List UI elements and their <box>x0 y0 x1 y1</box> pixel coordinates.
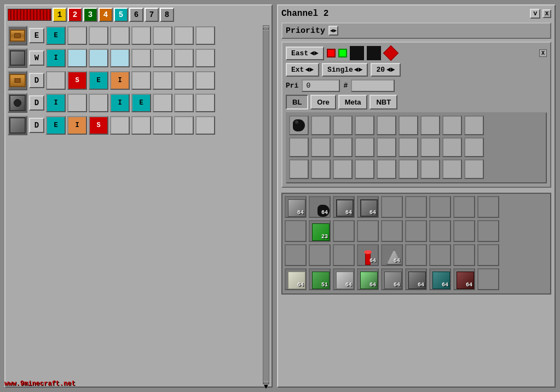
cell-2-7[interactable] <box>174 49 194 67</box>
inv-3-8[interactable] <box>477 268 499 290</box>
inv-0-7[interactable] <box>453 196 475 218</box>
direction-button[interactable]: East ◄► <box>286 47 324 60</box>
close-button[interactable]: X <box>542 9 551 18</box>
grid-cell-1-1[interactable] <box>311 137 331 157</box>
cell-5-1[interactable]: E <box>46 116 66 135</box>
inv-3-6[interactable]: 64 <box>429 268 451 290</box>
indicator-black1[interactable] <box>350 46 364 60</box>
inv-2-0[interactable] <box>285 244 307 266</box>
grid-cell-2-6[interactable] <box>420 159 440 179</box>
inv-3-4[interactable]: 64 <box>381 268 403 290</box>
cell-4-7[interactable] <box>174 94 194 112</box>
inv-0-1[interactable]: 64 <box>309 196 331 218</box>
grid-cell-1-5[interactable] <box>399 137 418 157</box>
cell-4-3[interactable] <box>89 94 108 112</box>
grid-cell-1-6[interactable] <box>420 137 440 157</box>
grid-cell-0-8[interactable] <box>464 116 484 135</box>
pri-input[interactable] <box>302 79 340 92</box>
cell-1-2[interactable] <box>67 26 87 45</box>
tab-2[interactable]: 2 <box>68 8 82 22</box>
grid-cell-2-0[interactable] <box>289 159 309 179</box>
inv-3-5[interactable]: 64 <box>405 268 427 290</box>
hash-input[interactable] <box>351 79 395 92</box>
filter-nbt[interactable]: NBT <box>370 95 397 109</box>
cell-2-3[interactable] <box>89 49 108 67</box>
inv-2-5[interactable] <box>405 244 427 266</box>
grid-cell-0-3[interactable] <box>355 116 374 135</box>
inv-2-6[interactable] <box>429 244 451 266</box>
grid-cell-1-2[interactable] <box>333 137 353 157</box>
tab-5[interactable]: 5 <box>114 8 128 22</box>
indicator-red[interactable] <box>327 49 336 57</box>
ext-button[interactable]: Ext ◄► <box>286 63 319 77</box>
cell-5-8[interactable] <box>195 116 215 135</box>
grid-cell-2-4[interactable] <box>377 159 396 179</box>
inv-3-0[interactable]: 64 <box>285 268 307 290</box>
cell-2-2[interactable] <box>67 49 87 67</box>
sub-panel-close[interactable]: X <box>539 49 547 57</box>
cell-5-7[interactable] <box>174 116 194 135</box>
inv-1-2[interactable] <box>333 220 355 242</box>
inv-2-2[interactable] <box>333 244 355 266</box>
cell-5-5[interactable] <box>131 116 151 135</box>
grid-cell-2-5[interactable] <box>399 159 418 179</box>
grid-cell-1-7[interactable] <box>442 137 462 157</box>
cell-3-3[interactable]: E <box>89 71 108 90</box>
grid-cell-0-7[interactable] <box>442 116 462 135</box>
grid-cell-1-0[interactable] <box>289 137 309 157</box>
tab-4[interactable]: 4 <box>99 8 113 22</box>
cell-2-1[interactable]: I <box>46 49 66 67</box>
cell-2-6[interactable] <box>153 49 172 67</box>
inv-2-3[interactable]: 64 <box>357 244 379 266</box>
scroll-down[interactable]: ▼ <box>263 382 269 384</box>
cell-3-7[interactable] <box>174 71 194 90</box>
inv-0-8[interactable] <box>477 196 499 218</box>
filter-meta[interactable]: Meta <box>338 95 368 109</box>
inv-2-7[interactable] <box>453 244 475 266</box>
inv-0-5[interactable] <box>405 196 427 218</box>
grid-cell-0-4[interactable] <box>377 116 396 135</box>
inv-3-2[interactable]: 64 <box>333 268 355 290</box>
inv-1-5[interactable] <box>405 220 427 242</box>
cell-4-2[interactable] <box>67 94 87 112</box>
grid-cell-2-1[interactable] <box>311 159 331 179</box>
priority-arrows[interactable]: ◄► <box>328 26 338 36</box>
cell-4-6[interactable] <box>153 94 172 112</box>
grid-cell-2-8[interactable] <box>464 159 484 179</box>
grid-cell-1-8[interactable] <box>464 137 484 157</box>
cell-5-2[interactable]: I <box>67 116 87 135</box>
inv-1-1[interactable]: 23 <box>309 220 331 242</box>
tab-1[interactable]: 1 <box>53 8 67 22</box>
filter-ore[interactable]: Ore <box>310 95 336 109</box>
cell-1-4[interactable] <box>110 26 130 45</box>
cell-3-5[interactable] <box>131 71 151 90</box>
cell-1-1[interactable]: E <box>46 26 66 45</box>
inv-0-0[interactable]: 64 <box>285 196 307 218</box>
cell-4-4[interactable]: I <box>110 94 130 112</box>
inv-2-1[interactable] <box>309 244 331 266</box>
grid-cell-2-7[interactable] <box>442 159 462 179</box>
v-button[interactable]: V <box>530 9 540 19</box>
cell-5-3[interactable]: S <box>89 116 108 135</box>
tab-3[interactable]: 3 <box>83 8 97 22</box>
grid-cell-2-2[interactable] <box>333 159 353 179</box>
grid-cell-1-4[interactable] <box>377 137 396 157</box>
filter-bl[interactable]: BL <box>286 95 308 109</box>
cell-5-6[interactable] <box>153 116 172 135</box>
inv-1-8[interactable] <box>477 220 499 242</box>
single-button[interactable]: Single ◄► <box>322 63 368 77</box>
count-display[interactable]: 20 ◄► <box>371 63 400 77</box>
inv-3-1[interactable]: 51 <box>309 268 331 290</box>
cell-4-1[interactable]: I <box>46 94 66 112</box>
indicator-black2[interactable] <box>367 46 381 60</box>
inv-0-4[interactable] <box>381 196 403 218</box>
inv-1-4[interactable] <box>381 220 403 242</box>
red-diamond[interactable] <box>383 45 399 61</box>
indicator-green[interactable] <box>338 49 347 57</box>
cell-5-4[interactable] <box>110 116 130 135</box>
inv-1-6[interactable] <box>429 220 451 242</box>
inv-0-3[interactable]: 64 <box>357 196 379 218</box>
cell-1-3[interactable] <box>89 26 108 45</box>
cell-4-5[interactable]: E <box>131 94 151 112</box>
cell-4-8[interactable] <box>195 94 215 112</box>
